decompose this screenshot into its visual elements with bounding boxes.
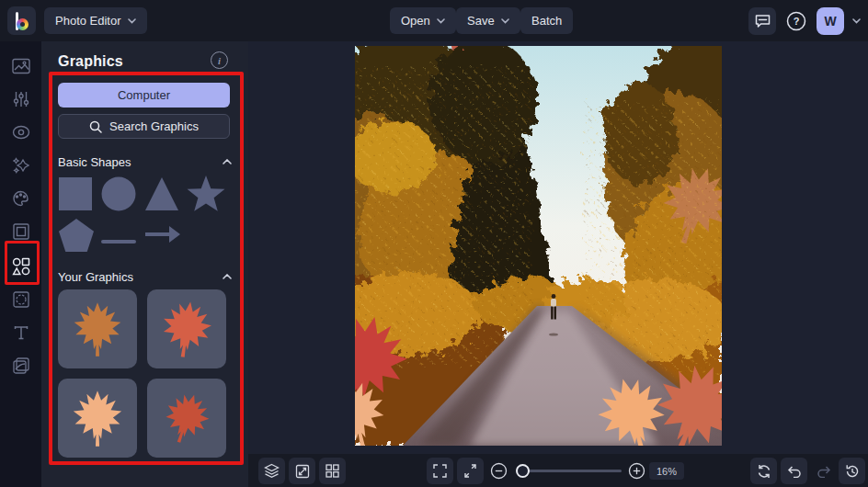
photo-editor-app: Photo Editor Open Save Batch ? W (0, 0, 868, 487)
maple-leaf-icon (71, 300, 124, 357)
sidebar-item-overlays[interactable] (0, 284, 41, 315)
fit-screen-button[interactable] (457, 458, 484, 484)
zoom-out-icon (490, 462, 508, 480)
fullscreen-button[interactable] (427, 458, 453, 484)
chat-bubble-icon (755, 14, 771, 28)
fit-screen-icon (463, 464, 477, 478)
sidebar-item-graphics[interactable] (0, 251, 41, 282)
overlays-icon (13, 291, 29, 308)
sidebar-item-effects[interactable] (0, 150, 41, 181)
redo-button[interactable] (811, 458, 838, 484)
shape-pentagon[interactable] (58, 218, 95, 256)
mode-selector-button[interactable]: Photo Editor (44, 7, 147, 34)
redo-icon (817, 465, 832, 478)
sidebar-item-adjust[interactable] (0, 84, 41, 115)
chevron-down-icon (501, 18, 509, 24)
touch-up-icon (12, 125, 30, 140)
maple-leaf-icon (158, 300, 215, 358)
help-button[interactable]: ? (784, 9, 808, 33)
graphics-icon (12, 257, 30, 276)
question-circle-icon: ? (785, 10, 807, 32)
befunky-logo[interactable] (7, 6, 36, 35)
chevron-down-icon (437, 18, 445, 24)
zoom-slider-knob[interactable] (516, 464, 530, 478)
maple-leaf-icon (70, 389, 125, 447)
search-graphics-button[interactable]: Search Graphics (58, 114, 230, 139)
account-chevron-down-icon[interactable] (852, 18, 861, 24)
graphic-thumb-leaf-4[interactable] (147, 379, 226, 458)
computer-upload-button[interactable]: Computer (58, 83, 230, 108)
undo-button[interactable] (781, 458, 807, 484)
canvas-area[interactable] (248, 41, 868, 454)
computer-label: Computer (118, 88, 170, 102)
textures-icon (13, 357, 29, 374)
zoom-slider[interactable] (517, 470, 622, 472)
mode-selector-label: Photo Editor (55, 14, 121, 28)
your-graphics-label: Your Graphics (58, 270, 133, 284)
graphic-thumb-leaf-1[interactable] (58, 289, 137, 368)
batch-button[interactable]: Batch (520, 7, 573, 34)
shape-line[interactable] (101, 232, 136, 248)
refresh-button[interactable] (750, 458, 777, 484)
chevron-down-icon (128, 18, 136, 24)
photo-autumn-road[interactable] (355, 46, 722, 446)
sidebar-item-touchup[interactable] (0, 117, 41, 148)
collage-grid-button[interactable] (319, 458, 346, 484)
shape-square[interactable] (58, 176, 93, 215)
open-label: Open (401, 14, 430, 28)
text-icon (14, 325, 29, 340)
svg-text:?: ? (794, 16, 800, 27)
shape-arrow[interactable] (144, 225, 181, 247)
shape-star[interactable] (186, 175, 226, 217)
basic-shapes-header[interactable]: Basic Shapes (58, 154, 232, 169)
shape-circle[interactable] (101, 176, 136, 215)
user-avatar[interactable]: W (817, 7, 844, 35)
tool-sidebar (0, 41, 41, 487)
sidebar-item-edit[interactable] (0, 51, 41, 82)
history-icon (845, 464, 860, 479)
effects-icon (13, 157, 29, 174)
undo-icon (786, 465, 802, 478)
zoom-level-value: 16% (649, 462, 684, 480)
avatar-initial: W (824, 14, 836, 28)
resize-button[interactable] (289, 458, 315, 484)
search-icon (89, 120, 102, 133)
panel-title: Graphics (58, 53, 123, 70)
graphic-thumb-leaf-2[interactable] (147, 289, 226, 368)
zoom-in-icon (628, 462, 645, 480)
info-circle-icon[interactable]: i (211, 51, 228, 69)
topbar: Photo Editor Open Save Batch ? W (0, 0, 868, 41)
chevron-up-icon (223, 159, 232, 164)
resize-icon (295, 464, 310, 479)
artsy-icon (12, 190, 29, 207)
shape-triangle[interactable] (144, 176, 179, 215)
sidebar-item-artsy[interactable] (0, 183, 41, 214)
batch-label: Batch (531, 14, 562, 28)
sidebar-item-text[interactable] (0, 317, 41, 348)
maple-leaf-icon (163, 391, 211, 445)
layers-button[interactable] (258, 458, 285, 484)
adjust-icon (13, 91, 29, 108)
refresh-icon (757, 464, 771, 479)
edit-photo-icon (12, 58, 30, 74)
your-graphics-header[interactable]: Your Graphics (58, 269, 232, 284)
chevron-up-icon (223, 274, 232, 279)
bottom-toolbar: 16% (248, 454, 868, 487)
history-button[interactable] (839, 458, 865, 484)
sidebar-item-frames[interactable] (0, 216, 41, 247)
save-label: Save (467, 14, 495, 28)
logo-icon (15, 12, 29, 30)
sidebar-item-textures[interactable] (0, 350, 41, 381)
open-button[interactable]: Open (390, 7, 456, 34)
fullscreen-icon (433, 464, 447, 478)
layers-icon (264, 463, 280, 479)
zoom-in-button[interactable] (623, 458, 650, 484)
graphic-thumb-leaf-3[interactable] (58, 379, 137, 458)
basic-shapes-label: Basic Shapes (58, 155, 131, 169)
feedback-button[interactable] (748, 7, 776, 35)
collage-grid-icon (326, 464, 339, 478)
save-button[interactable]: Save (456, 7, 520, 34)
zoom-out-button[interactable] (485, 458, 512, 484)
search-graphics-label: Search Graphics (109, 119, 199, 133)
graphics-panel: Graphics i Computer Search Graphics Basi… (41, 41, 248, 487)
